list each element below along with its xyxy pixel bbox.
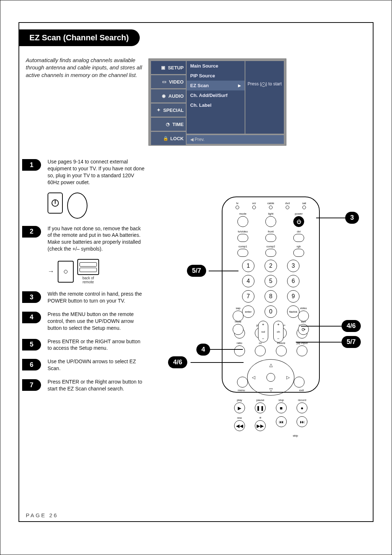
callout-4-menu: 4 xyxy=(196,344,210,356)
battery-illustration: → back of remote xyxy=(48,259,146,284)
dpad-center-button[interactable] xyxy=(266,373,275,382)
rgb-button[interactable] xyxy=(293,249,304,257)
mute-button[interactable] xyxy=(233,324,244,335)
record-button[interactable]: ● xyxy=(297,402,307,413)
button-label: stop xyxy=(278,398,284,402)
device-label: cable xyxy=(267,202,274,205)
light-button[interactable] xyxy=(265,216,276,227)
button-label: comp2 xyxy=(266,245,275,248)
pipinput-button[interactable] xyxy=(297,345,307,356)
osd-detail-prefix: Press ( xyxy=(248,81,261,86)
right-arrow-icon[interactable]: ▷ xyxy=(286,375,290,380)
sap-button[interactable] xyxy=(233,311,244,321)
device-label: sat xyxy=(302,202,306,205)
osd-tab-audio[interactable]: ◉ AUDIO xyxy=(151,89,186,102)
remote-back-cover-icon xyxy=(58,261,74,283)
osd-tab-video[interactable]: ▭ VIDEO xyxy=(151,75,186,88)
button-label: video xyxy=(300,307,307,310)
osd-item-ezscan[interactable]: EZ Scan ▶ xyxy=(187,81,245,90)
battery-compartment-icon xyxy=(77,259,99,275)
osd-item-label: EZ Scan xyxy=(190,83,209,88)
exit-button[interactable] xyxy=(294,377,305,388)
callout-line xyxy=(301,326,343,327)
comp2-button[interactable] xyxy=(265,249,276,257)
dvi-button[interactable] xyxy=(293,234,304,242)
button-label: sap xyxy=(236,307,241,310)
plug-illustration xyxy=(48,193,146,219)
num-4-button[interactable]: 4 xyxy=(242,275,254,287)
setup-icon: ▣ xyxy=(160,65,166,70)
button-label: comp1 xyxy=(238,245,247,248)
down-arrow-icon[interactable]: ▽ xyxy=(269,387,273,392)
button-label: front xyxy=(268,230,274,233)
step-number: 7 xyxy=(22,379,41,391)
osd-detail-suffix: ) to start xyxy=(266,81,282,86)
num-7-button[interactable]: 7 xyxy=(242,290,254,303)
source-row-1: tv/video front dvi xyxy=(229,230,313,242)
num-3-button[interactable]: 3 xyxy=(287,260,299,272)
video-button[interactable] xyxy=(298,311,309,321)
step-text: Press ENTER or the Right arrow button to… xyxy=(48,378,146,392)
button-label: record xyxy=(298,398,306,402)
dpad[interactable]: △ ▽ ◁ ▷ xyxy=(247,359,294,396)
osd-item-chadd[interactable]: Ch. Add/Del/Surf xyxy=(187,90,245,100)
callout-46-dpad: 4/6 xyxy=(168,356,187,368)
num-1-button[interactable]: 1 xyxy=(242,260,254,272)
remote-body: tv vcr cable dvd sat mode light power⏻ t… xyxy=(222,197,320,393)
osd-list: Main Source PIP Source EZ Scan ▶ Ch. Add… xyxy=(187,61,245,134)
left-arrow-icon[interactable]: ◁ xyxy=(252,375,255,380)
num-5-button[interactable]: 5 xyxy=(265,275,277,287)
up-arrow-icon[interactable]: △ xyxy=(269,362,273,368)
stop-button[interactable]: ■ xyxy=(276,402,287,413)
cc-button[interactable] xyxy=(255,345,266,356)
special-icon: ✦ xyxy=(156,107,162,113)
osd-tab-time[interactable]: ◔ TIME xyxy=(151,118,186,131)
freeze-button[interactable] xyxy=(276,345,287,356)
osd-tab-label: SPECIAL xyxy=(163,108,184,113)
dvd-led-icon xyxy=(286,206,289,209)
remote-diagram: tv vcr cable dvd sat mode light power⏻ t… xyxy=(222,197,320,393)
button-label: dvi xyxy=(297,230,301,233)
num-6-button[interactable]: 6 xyxy=(287,275,299,287)
step-number: 2 xyxy=(22,226,41,238)
step-text: With the remote control in hand, press t… xyxy=(48,291,146,304)
osd-tab-special[interactable]: ✦ SPECIAL xyxy=(151,104,186,117)
tvvideo-button[interactable] xyxy=(237,234,248,242)
ff-button[interactable]: ▶▶ xyxy=(255,420,266,431)
num-8-button[interactable]: 8 xyxy=(265,290,277,303)
osd-detail: Press (•) to start xyxy=(245,61,284,134)
pause-button[interactable]: ❚❚ xyxy=(255,402,266,413)
osd-item-pipsource[interactable]: PIP Source xyxy=(187,71,245,81)
num-9-button[interactable]: 9 xyxy=(287,290,299,303)
osd-tab-lock[interactable]: 🔒 LOCK xyxy=(151,132,186,145)
front-button[interactable] xyxy=(265,234,276,242)
section-title: EZ Scan (Channel Search) xyxy=(19,29,140,46)
device-label: tv xyxy=(236,202,238,205)
osd-item-chlabel[interactable]: Ch. Label xyxy=(187,100,245,110)
osd-tab-setup[interactable]: ▣ SETUP xyxy=(151,61,186,74)
skip-fwd-button[interactable]: ⏭ xyxy=(297,416,307,427)
channel-rocker[interactable]: +ch− xyxy=(273,321,283,343)
power-button[interactable]: ⏻ xyxy=(293,216,304,227)
rew-button[interactable]: ◀◀ xyxy=(234,420,245,431)
sat-led-icon xyxy=(302,206,306,209)
enter-button[interactable]: enter xyxy=(242,305,254,318)
ratio-button[interactable] xyxy=(234,345,245,356)
skip-back-button[interactable]: ⏮ xyxy=(276,416,287,427)
step-3: 3 With the remote control in hand, press… xyxy=(22,291,146,304)
step-text: Press ENTER or the RIGHT arrow button to… xyxy=(48,338,146,352)
comp1-button[interactable] xyxy=(237,249,248,257)
mode-button[interactable] xyxy=(237,216,248,227)
flashbk-button[interactable]: flashbk xyxy=(287,305,299,318)
num-2-button[interactable]: 2 xyxy=(265,260,277,272)
callout-57-right: 5/7 xyxy=(342,336,361,348)
volume-rocker[interactable]: +vol− xyxy=(258,321,268,343)
audio-icon: ◉ xyxy=(161,93,167,99)
exit-label: exit xyxy=(299,389,304,392)
cable-led-icon xyxy=(269,206,273,209)
osd-item-mainsource[interactable]: Main Source xyxy=(187,61,245,71)
osd-tab-label: TIME xyxy=(172,122,184,127)
play-button[interactable]: ▶ xyxy=(234,402,245,413)
menu-button[interactable] xyxy=(237,377,248,388)
num-0-button[interactable]: 0 xyxy=(265,305,277,318)
